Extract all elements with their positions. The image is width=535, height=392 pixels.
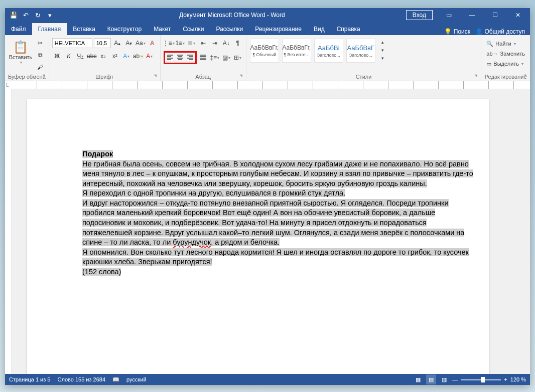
undo-button[interactable]: ↶ bbox=[20, 10, 31, 21]
bullets-button[interactable]: ⋮≡▾ bbox=[164, 38, 174, 48]
alignment-highlight bbox=[164, 51, 197, 64]
styles-scroll-down[interactable]: ▾ bbox=[378, 46, 388, 54]
align-left-button[interactable] bbox=[165, 53, 175, 63]
format-painter-button[interactable]: 🖌 bbox=[35, 62, 45, 72]
zoom-slider[interactable] bbox=[461, 379, 501, 380]
view-read-button[interactable]: ▦ bbox=[413, 374, 423, 384]
qat-customize[interactable]: ▾ bbox=[44, 10, 55, 21]
page-scroll[interactable]: Подарок Не грибная была осень, совсем не… bbox=[12, 89, 530, 374]
show-marks-button[interactable]: ¶ bbox=[233, 38, 243, 48]
replace-button[interactable]: ab→ Заменить bbox=[486, 49, 525, 58]
app-window: 💾 ↶ ↻ ▾ Документ Microsoft Office Word -… bbox=[5, 8, 530, 385]
status-language[interactable]: русский bbox=[126, 376, 146, 382]
tell-me-search[interactable]: 💡 Поиск bbox=[444, 28, 470, 35]
tab-mailings[interactable]: Рассылки bbox=[210, 23, 249, 35]
shading-button[interactable]: ▨▾ bbox=[221, 53, 231, 63]
align-right-button[interactable] bbox=[185, 53, 195, 63]
close-button[interactable]: ✕ bbox=[507, 8, 529, 22]
save-button[interactable]: 💾 bbox=[8, 10, 19, 21]
font-size-input[interactable] bbox=[94, 38, 111, 48]
document-area: Подарок Не грибная была осень, совсем не… bbox=[5, 89, 530, 374]
strike-button[interactable]: abc bbox=[87, 51, 97, 61]
group-editing: 🔍 Найти▾ ab→ Заменить ▭ Выделить▾ Редакт… bbox=[481, 35, 530, 81]
editing-label: Редактирование bbox=[484, 73, 527, 81]
page[interactable]: Подарок Не грибная была осень, совсем не… bbox=[27, 99, 489, 374]
tab-file[interactable]: Файл bbox=[5, 23, 32, 35]
borders-button[interactable]: ⊞▾ bbox=[233, 53, 243, 63]
ribbon-tabs: Файл Главная Вставка Конструктор Макет С… bbox=[5, 22, 530, 35]
view-web-button[interactable]: ▥ bbox=[439, 374, 449, 384]
cut-button[interactable]: ✂ bbox=[35, 38, 45, 48]
underline-button[interactable]: Ч▾ bbox=[75, 51, 85, 61]
group-font: A▴ A▾ Aa▾ A̷ Ж К Ч▾ abc x₂ x² A▾ ab▾ A▾ bbox=[49, 35, 161, 81]
tab-help[interactable]: Справка bbox=[331, 23, 366, 35]
doc-p3b: бурундучок bbox=[173, 238, 211, 246]
paragraph-label: Абзац bbox=[164, 73, 243, 81]
sort-button[interactable]: A↓ bbox=[221, 38, 231, 48]
group-paragraph: ⋮≡▾ 1≡▾ ≣▾ ⇤ ⇥ A↓ ¶ ‡≡▾ ▨▾ bbox=[161, 35, 246, 81]
signin-button[interactable]: Вход bbox=[406, 10, 433, 20]
find-button[interactable]: 🔍 Найти▾ bbox=[486, 39, 525, 48]
superscript-button[interactable]: x² bbox=[110, 51, 120, 61]
bold-button[interactable]: Ж bbox=[52, 51, 62, 61]
align-center-button[interactable] bbox=[175, 53, 185, 63]
subscript-button[interactable]: x₂ bbox=[98, 51, 108, 61]
styles-more[interactable]: ▾ bbox=[378, 54, 388, 62]
justify-button[interactable] bbox=[198, 53, 208, 63]
maximize-button[interactable]: ☐ bbox=[484, 8, 506, 22]
minimize-button[interactable]: — bbox=[461, 8, 483, 22]
change-case-button[interactable]: Aa▾ bbox=[136, 38, 146, 48]
doc-p1: Не грибная была осень, совсем не грибная… bbox=[82, 160, 473, 187]
zoom-in-button[interactable]: + bbox=[504, 376, 507, 382]
shrink-font-button[interactable]: A▾ bbox=[124, 38, 134, 48]
clear-format-button[interactable]: A̷ bbox=[147, 38, 157, 48]
window-title: Документ Microsoft Office Word - Word bbox=[58, 12, 406, 19]
doc-p3c: , а рядом и белочка. bbox=[211, 238, 280, 246]
decrease-indent-button[interactable]: ⇤ bbox=[198, 38, 208, 48]
select-button[interactable]: ▭ Выделить▾ bbox=[486, 59, 525, 68]
tab-view[interactable]: Вид bbox=[308, 23, 331, 35]
status-proofing-icon[interactable]: 📖 bbox=[112, 376, 119, 383]
share-button[interactable]: 👤 Общий доступ bbox=[475, 28, 525, 35]
group-styles: АаБбВвГг,¶ Обычный АаБбВвГг,¶ Без инте..… bbox=[246, 35, 482, 81]
text-effects-button[interactable]: A▾ bbox=[121, 51, 131, 61]
increase-indent-button[interactable]: ⇥ bbox=[210, 38, 220, 48]
group-clipboard: 📋 Вставить▾ ✂ ⧉ 🖌 Буфер обмена bbox=[5, 35, 49, 81]
ribbon-options-button[interactable]: ▭ bbox=[438, 8, 460, 22]
numbering-button[interactable]: 1≡▾ bbox=[175, 38, 185, 48]
doc-title: Подарок bbox=[82, 150, 113, 158]
doc-p2: Я переходил с одной тропинки на другую, … bbox=[82, 189, 345, 197]
italic-button[interactable]: К bbox=[64, 51, 74, 61]
tab-insert[interactable]: Вставка bbox=[67, 23, 101, 35]
font-name-input[interactable] bbox=[52, 38, 92, 48]
status-page[interactable]: Страница 1 из 5 bbox=[9, 376, 50, 382]
style-heading1[interactable]: АаБбВіЗаголово... bbox=[314, 39, 343, 63]
paste-button[interactable]: 📋 Вставить▾ bbox=[8, 36, 33, 68]
line-spacing-button[interactable]: ‡≡▾ bbox=[210, 53, 220, 63]
redo-button[interactable]: ↻ bbox=[32, 10, 43, 21]
clipboard-icon: 📋 bbox=[13, 40, 28, 54]
doc-p5: (152 слова) bbox=[82, 268, 121, 276]
styles-label: Стили bbox=[249, 73, 478, 81]
view-print-button[interactable]: ▤ bbox=[426, 374, 436, 384]
style-no-spacing[interactable]: АаБбВвГг,¶ Без инте... bbox=[282, 39, 311, 63]
highlight-button[interactable]: ab▾ bbox=[133, 51, 143, 61]
style-normal[interactable]: АаБбВвГг,¶ Обычный bbox=[250, 39, 279, 63]
horizontal-ruler[interactable]: L bbox=[5, 81, 530, 89]
status-words[interactable]: Слово 155 из 2684 bbox=[57, 376, 105, 382]
tab-review[interactable]: Рецензирование bbox=[249, 23, 308, 35]
tab-design[interactable]: Конструктор bbox=[101, 23, 148, 35]
style-heading2[interactable]: АаБбВвГЗаголово... bbox=[346, 39, 375, 63]
vertical-ruler[interactable] bbox=[5, 89, 12, 374]
tab-layout[interactable]: Макет bbox=[148, 23, 177, 35]
tab-references[interactable]: Ссылки bbox=[177, 23, 210, 35]
copy-button[interactable]: ⧉ bbox=[35, 50, 45, 60]
grow-font-button[interactable]: A▴ bbox=[112, 38, 122, 48]
ribbon: 📋 Вставить▾ ✂ ⧉ 🖌 Буфер обмена A▴ A▾ Aa bbox=[5, 35, 530, 81]
zoom-level[interactable]: 120 % bbox=[510, 376, 526, 382]
font-color-button[interactable]: A▾ bbox=[145, 51, 155, 61]
multilevel-button[interactable]: ≣▾ bbox=[187, 38, 197, 48]
zoom-out-button[interactable]: — bbox=[452, 376, 458, 382]
tab-home[interactable]: Главная bbox=[32, 23, 67, 35]
styles-scroll-up[interactable]: ▴ bbox=[378, 38, 388, 46]
